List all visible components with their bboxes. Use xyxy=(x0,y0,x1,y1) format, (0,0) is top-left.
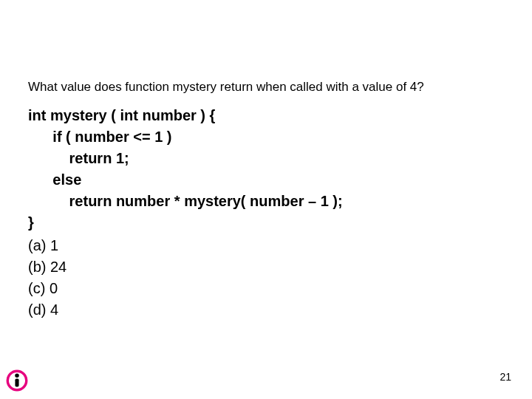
option-d: (d) 4 xyxy=(28,299,510,321)
code-line-5: return number * mystery( number – 1 ); xyxy=(28,191,510,212)
code-line-2: if ( number <= 1 ) xyxy=(28,126,510,148)
svg-point-1 xyxy=(15,373,18,377)
option-b: (b) 24 xyxy=(28,256,510,278)
logo-icon xyxy=(4,368,30,393)
code-block: int mystery ( int number ) { if ( number… xyxy=(28,105,510,233)
option-c: (c) 0 xyxy=(28,278,510,299)
svg-rect-2 xyxy=(15,378,18,386)
question-text: What value does function mystery return … xyxy=(28,80,510,95)
code-line-6: } xyxy=(28,212,510,233)
code-line-1: int mystery ( int number ) { xyxy=(28,105,510,126)
code-line-4: else xyxy=(28,169,510,191)
page-number: 21 xyxy=(499,371,511,383)
slide-content: What value does function mystery return … xyxy=(0,0,532,321)
code-line-3: return 1; xyxy=(28,148,510,169)
option-a: (a) 1 xyxy=(28,235,510,256)
answer-options: (a) 1 (b) 24 (c) 0 (d) 4 xyxy=(28,235,510,321)
